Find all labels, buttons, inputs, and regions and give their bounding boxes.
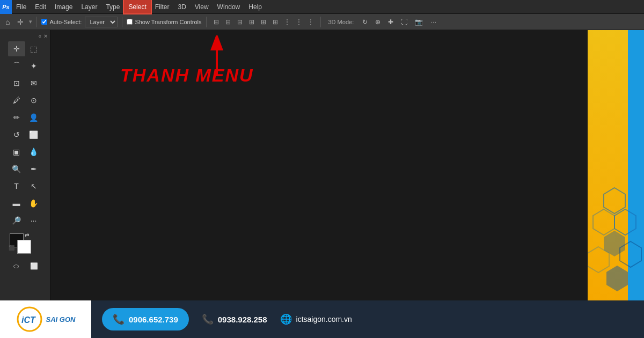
3d-rotate-icon[interactable]: ↻ [360,17,370,27]
menu-view[interactable]: View [191,0,213,13]
move-icon-dropdown[interactable]: ▾ [29,18,32,25]
phone2-number: 0938.928.258 [218,315,267,324]
logo-icon: iCT [16,306,43,333]
options-bar: ⌂ ✛ ▾ Auto-Select: Layer Group Show Tran… [0,14,644,30]
pen-tool[interactable]: ✒ [25,161,42,177]
menu-file[interactable]: File [12,0,31,13]
svg-marker-3 [614,209,636,235]
3d-scale-icon[interactable]: ⛶ [399,17,409,27]
menu-help[interactable]: Help [244,0,266,13]
align-top-icon[interactable]: ⊞ [246,17,257,27]
blur-tool[interactable]: 💧 [25,144,42,159]
panel-header: « ✕ [0,32,50,40]
separator-2 [122,17,122,27]
align-icons: ⊟ ⊟ ⊟ ⊞ ⊞ ⊞ ⋮ ⋮ ⋮ [211,17,316,27]
eraser-tool[interactable]: ⬜ [25,127,42,142]
phone1-button[interactable]: 📞 0906.652.739 [102,308,189,330]
brush-tool[interactable]: ✏ [8,110,25,125]
align-left-icon[interactable]: ⊟ [211,17,222,27]
menu-select[interactable]: Select [124,0,150,13]
canvas-area: THANH MENU [50,30,588,300]
footer-logo: iCT SAI GON [0,300,91,338]
tool-row-brush: ✏ 👤 [0,109,50,126]
svg-text:iCT: iCT [21,315,36,325]
logo-arc-svg: iCT [16,306,43,333]
distribute-right-icon[interactable]: ⋮ [305,17,316,27]
bottom-icons-row: ⬭ ⬜ [0,258,50,274]
menu-bar: Ps File Edit Image Layer Type Select Fil… [0,0,644,14]
menu-image[interactable]: Image [50,0,77,13]
phone2-icon: 📞 [202,313,214,325]
quick-mask-icon[interactable]: ⬭ [9,260,24,272]
globe-icon: 🌐 [280,313,292,325]
swap-colors-icon[interactable]: ⇄ [25,232,29,238]
frame-tool[interactable]: ✉ [25,76,42,91]
separator-1 [36,17,37,27]
menu-window[interactable]: Window [213,0,245,13]
separator-4 [320,17,321,27]
dodge-tool[interactable]: 🔍 [8,161,25,177]
close-panel-button[interactable]: ✕ [43,33,48,39]
menu-edit[interactable]: Edit [31,0,50,13]
auto-select-checkbox[interactable] [41,19,47,25]
photoshop-logo: Ps [0,0,12,14]
right-decorative-panel [588,30,644,300]
align-middle-icon[interactable]: ⊞ [258,17,269,27]
svg-marker-4 [593,209,614,235]
collapse-panel-button[interactable]: « [38,33,41,39]
home-icon[interactable]: ⌂ [3,17,12,27]
hand-tool[interactable]: ✋ [25,196,42,211]
tool-row-crop: ⊡ ✉ [0,75,50,92]
distribute-center-icon[interactable]: ⋮ [294,17,304,27]
align-right-icon[interactable]: ⊟ [235,17,245,27]
align-center-icon[interactable]: ⊟ [223,17,233,27]
marquee-tool[interactable]: ⬚ [25,41,42,56]
gradient-tool[interactable]: ▣ [8,144,25,159]
website-text: ictsaigon.com.vn [296,315,352,324]
menu-layer[interactable]: Layer [77,0,101,13]
tool-row-move: ✛ ⬚ [0,40,50,57]
3d-mode-label: 3D Mode: [325,19,357,25]
align-bottom-icon[interactable]: ⊞ [270,17,281,27]
footer-bar: iCT SAI GON 📞 0906.652.739 📞 0938.928.25… [0,300,644,338]
history-brush-tool[interactable]: ↺ [8,127,25,142]
menu-type[interactable]: Type [101,0,124,13]
more-tools[interactable]: ··· [25,213,42,228]
layer-dropdown[interactable]: Layer Group [85,17,118,27]
screen-mode-icon[interactable]: ⬜ [27,260,42,272]
separator-3 [206,17,207,27]
move-tool[interactable]: ✛ [8,41,25,56]
3d-pan-icon[interactable]: ⊕ [373,17,383,27]
tool-row-dodge: 🔍 ✒ [0,160,50,178]
quick-selection-tool[interactable]: ✦ [25,58,42,74]
healing-brush-tool[interactable]: ⊙ [25,93,42,108]
phone1-icon: 📞 [113,313,125,325]
tool-row-history-brush: ↺ ⬜ [0,126,50,143]
svg-marker-8 [606,266,628,291]
svg-marker-2 [604,188,625,214]
tool-row-type: T ↖ [0,178,50,195]
show-transform-checkbox[interactable] [127,19,133,25]
shape-tool[interactable]: ▬ [8,196,25,211]
annotation-label: THANH MENU [120,65,254,86]
3d-cam-icon[interactable]: 📷 [413,17,425,27]
menu-filter[interactable]: Filter [151,0,174,13]
website-container: 🌐 ictsaigon.com.vn [280,313,352,325]
move-icon[interactable]: ✛ [15,17,26,27]
main-area: « ✕ ✛ ⬚ ⌒ ✦ ⊡ ✉ 🖉 ⊙ ✏ 👤 ↺ ⬜ ▣ 💧 [0,30,644,300]
eyedropper-tool[interactable]: 🖉 [8,93,25,108]
background-color[interactable] [17,240,31,254]
type-tool[interactable]: T [8,179,25,194]
tools-panel: « ✕ ✛ ⬚ ⌒ ✦ ⊡ ✉ 🖉 ⊙ ✏ 👤 ↺ ⬜ ▣ 💧 [0,30,50,300]
menu-items: File Edit Image Layer Type Select Filter… [12,0,266,13]
menu-3d[interactable]: 3D [173,0,190,13]
more-options-icon[interactable]: ··· [428,18,438,26]
zoom-tool[interactable]: 🔎 [8,213,25,228]
3d-move-icon[interactable]: ✚ [386,17,396,27]
crop-tool[interactable]: ⊡ [8,76,25,91]
lasso-tool[interactable]: ⌒ [8,58,25,74]
path-selection-tool[interactable]: ↖ [25,179,42,194]
reset-colors-icon[interactable]: ⬛ [9,245,14,251]
distribute-left-icon[interactable]: ⋮ [282,17,292,27]
clone-stamp-tool[interactable]: 👤 [25,110,42,125]
